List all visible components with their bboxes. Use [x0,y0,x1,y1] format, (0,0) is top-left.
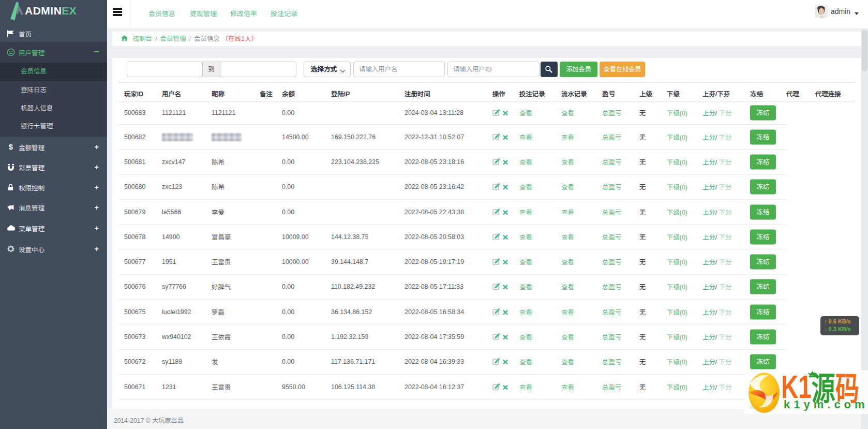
svg-text:$: $ [9,143,13,151]
